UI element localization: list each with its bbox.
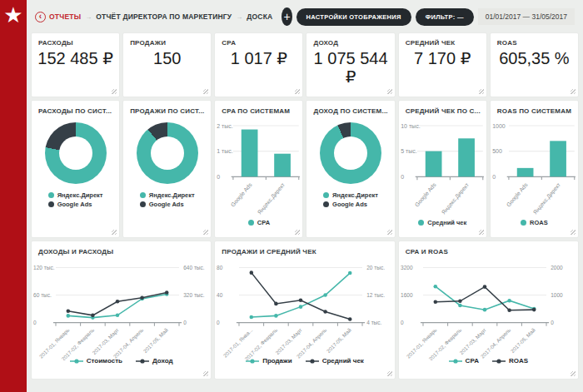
resize-handle[interactable]: [295, 230, 300, 235]
line-chart-card[interactable]: ДОХОДЫ И РАСХОДЫ 0060 тыс.320 тыс.120 ты…: [32, 241, 211, 379]
chart-legend: Яндекс.ДиректGoogle Ads: [323, 191, 378, 208]
chart-title: СРЕДНИЙ ЧЕК ПО С...: [399, 101, 486, 115]
resize-handle[interactable]: [112, 230, 117, 235]
chart-legend: CPAROAS: [399, 357, 578, 365]
svg-text:10 тыс.: 10 тыс.: [401, 123, 420, 129]
chart-title: РАСХОДЫ ПО СИСТ...: [32, 101, 119, 115]
kpi-card[interactable]: ROAS 605,35 %: [491, 33, 578, 97]
line-chart: 0060 тыс.320 тыс.120 тыс.640 тыс.2017-01…: [32, 257, 211, 360]
resize-handle[interactable]: [479, 230, 484, 235]
kpi-card[interactable]: CPA 1 017 ₽: [215, 33, 302, 97]
svg-text:20 тыс.: 20 тыс.: [367, 265, 386, 270]
svg-text:500: 500: [492, 148, 502, 154]
donut-chart-card[interactable]: РАСХОДЫ ПО СИСТ... Яндекс.ДиректGoogle A…: [32, 101, 119, 237]
resize-handle[interactable]: [295, 89, 300, 94]
legend-dot-icon: [140, 201, 146, 207]
kpi-value: 150: [123, 49, 211, 67]
bar-chart-card[interactable]: СРЕДНИЙ ЧЕК ПО С... 05 тыс.10 тыс.Google…: [399, 101, 486, 237]
svg-text:120 тыс.: 120 тыс.: [33, 265, 55, 270]
add-widget-button[interactable]: +: [282, 7, 292, 26]
legend-item: Продажи: [246, 357, 292, 365]
legend-label: CPA: [257, 219, 270, 226]
donut-chart-card[interactable]: ПРОДАЖИ ПО СИСТ... Яндекс.ДиректGoogle A…: [123, 101, 211, 237]
date-range-picker[interactable]: 01/01/2017 — 31/05/2017: [478, 8, 575, 25]
chart-legend: Яндекс.ДиректGoogle Ads: [48, 191, 103, 208]
breadcrumb-board[interactable]: ДОСКА: [247, 12, 272, 21]
resize-handle[interactable]: [479, 89, 484, 94]
legend-item: ROAS: [492, 357, 528, 365]
legend-line-marker-icon: [246, 358, 259, 365]
svg-text:Google Ads: Google Ads: [506, 181, 530, 208]
svg-text:3200: 3200: [401, 265, 413, 270]
donut-chart: [45, 122, 107, 184]
svg-text:2017-05, Май: 2017-05, Май: [142, 326, 170, 354]
chart-title: ПРОДАЖИ И СРЕДНИЙ ЧЕК: [215, 241, 394, 256]
svg-text:1000: 1000: [492, 123, 506, 129]
legend-line-marker-icon: [136, 358, 149, 365]
svg-text:2017-05, Май: 2017-05, Май: [326, 326, 353, 354]
bar-chart-card[interactable]: CPA ПО СИСТЕМАМ 01 тыс.2 тыс.Google AdsЯ…: [215, 101, 302, 237]
legend-item: CPA: [449, 357, 479, 365]
kpi-label: РАСХОДЫ: [32, 33, 119, 47]
legend-line-marker-icon: [449, 358, 462, 365]
back-to-reports-link[interactable]: ‹ ОТЧЕТЫ: [35, 12, 81, 22]
legend-label: Продажи: [262, 357, 292, 365]
resize-handle[interactable]: [387, 230, 392, 235]
legend-label: Яндекс.Директ: [332, 191, 378, 199]
bar-chart-card[interactable]: ROAS ПО СИСТЕМАМ 05001000Google AdsЯндек…: [491, 101, 578, 237]
svg-text:640 тыс.: 640 тыс.: [183, 265, 205, 270]
main-content: ‹ ОТЧЕТЫ → ОТЧЁТ ДИРЕКТОРА ПО МАРКЕТИНГУ…: [27, 0, 583, 392]
resize-handle[interactable]: [571, 371, 576, 376]
kpi-card[interactable]: РАСХОДЫ 152 485 ₽: [32, 33, 119, 97]
svg-text:4 тыс.: 4 тыс.: [367, 320, 382, 325]
legend-item: Стоимость: [70, 357, 122, 365]
line-chart: 0016001000320020002017-01, Январь2017-02…: [399, 257, 578, 360]
legend-label: Google Ads: [57, 201, 92, 208]
resize-handle[interactable]: [571, 89, 576, 94]
kpi-value: 1 075 544 ₽: [306, 49, 394, 86]
line-chart-card[interactable]: CPA И ROAS 0016001000320020002017-01, Ян…: [399, 241, 578, 379]
svg-text:60 тыс.: 60 тыс.: [33, 292, 52, 298]
kpi-card[interactable]: СРЕДНИЙ ЧЕК 7 170 ₽: [399, 33, 486, 97]
legend-item: Доход: [136, 357, 173, 365]
resize-handle[interactable]: [571, 230, 576, 235]
donut-chart-card[interactable]: ДОХОД ПО СИСТЕМ... Яндекс.ДиректGoogle A…: [306, 101, 394, 237]
sidebar: ★: [0, 0, 27, 392]
app-logo-star-icon[interactable]: ★: [0, 0, 27, 30]
svg-text:80: 80: [217, 265, 223, 270]
svg-text:0: 0: [492, 174, 496, 180]
resize-handle[interactable]: [387, 89, 392, 94]
chart-legend: ПродажиСредний чек: [215, 357, 394, 365]
kpi-label: ROAS: [491, 33, 578, 47]
svg-text:Яндекс.Директ: Яндекс.Директ: [532, 181, 562, 216]
resize-handle[interactable]: [203, 89, 208, 94]
svg-text:0: 0: [401, 320, 404, 325]
kpi-card[interactable]: ПРОДАЖИ 150: [123, 33, 211, 97]
kpi-label: ДОХОД: [306, 33, 394, 47]
kpi-card[interactable]: ДОХОД 1 075 544 ₽: [306, 33, 394, 97]
back-arrow-icon: ‹: [35, 12, 46, 22]
legend-dot-icon: [323, 192, 329, 198]
bar-chart: 01 тыс.2 тыс.Google AdsЯндекс.Директ: [215, 117, 302, 221]
legend-label: Яндекс.Директ: [57, 191, 103, 199]
resize-handle[interactable]: [387, 371, 392, 376]
resize-handle[interactable]: [112, 89, 117, 94]
svg-text:Google Ads: Google Ads: [230, 181, 254, 208]
legend-line-marker-icon: [492, 358, 506, 365]
svg-text:1600: 1600: [401, 292, 413, 298]
breadcrumb-report-title[interactable]: ОТЧЁТ ДИРЕКТОРА ПО МАРКЕТИНГУ: [96, 12, 232, 21]
legend-item: Google Ads: [140, 201, 195, 208]
chart-title: ROAS ПО СИСТЕМАМ: [491, 101, 578, 115]
legend-label: Google Ads: [149, 201, 184, 208]
legend-label: ROAS: [509, 357, 528, 365]
filter-button[interactable]: ФИЛЬТР: —: [416, 8, 474, 26]
line-chart-card[interactable]: ПРОДАЖИ И СРЕДНИЙ ЧЕК 04 тыс.4012 тыс.80…: [215, 241, 394, 379]
legend-label: Яндекс.Директ: [149, 191, 195, 199]
svg-text:0: 0: [33, 320, 37, 325]
legend-label: Средний чек: [427, 219, 466, 226]
display-settings-button[interactable]: НАСТРОЙКИ ОТОБРАЖЕНИЯ: [296, 8, 411, 26]
chart-legend: ROAS: [491, 219, 578, 226]
legend-dot-icon: [140, 192, 146, 198]
resize-handle[interactable]: [203, 371, 208, 376]
resize-handle[interactable]: [203, 230, 208, 235]
